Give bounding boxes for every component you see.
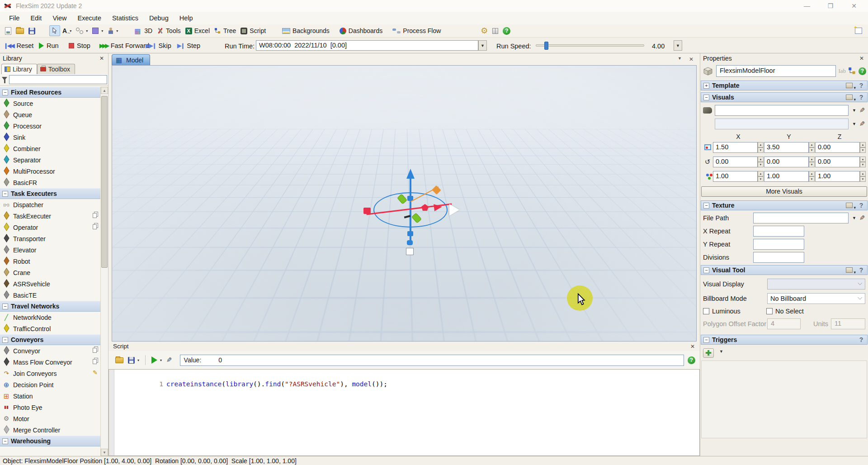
edit-icon[interactable]: ✎ [93,369,98,376]
script-run-button[interactable]: ▾ [149,355,164,365]
close-window-button[interactable]: ✕ [848,2,860,9]
copy-icon[interactable] [93,213,97,218]
close-tab-button[interactable]: ✕ [689,56,693,62]
chevron-down-icon[interactable]: ▾ [101,29,103,33]
library-item-basicte[interactable]: BasicTE [0,289,100,301]
tree-icon[interactable] [848,67,856,75]
library-section-travel-networks[interactable]: −Travel Networks [0,301,100,312]
spinner[interactable]: ▲▼ [809,142,815,153]
script-code-area[interactable]: 1createinstance(library().find("?ASRSveh… [108,369,700,456]
library-item-asrsvehicle[interactable]: ASRSvehicle [0,278,100,289]
maximize-button[interactable]: ❐ [825,2,836,9]
library-item-station[interactable]: ⊞Station [0,390,100,402]
connect-objects-button[interactable]: ▾ [74,25,90,36]
spinner[interactable]: ▲▼ [809,157,815,167]
script-sampler-button[interactable]: ✎ [164,355,175,365]
library-item-crane[interactable]: Crane [0,267,100,278]
section-help-icon[interactable]: ? [858,94,864,101]
visual-display-select[interactable] [767,279,865,289]
y-repeat-input[interactable] [753,239,804,250]
section-help-icon[interactable]: ? [858,82,864,89]
library-filter-input[interactable] [9,75,107,84]
z-axis-arrow-handle[interactable] [406,169,415,179]
panel-pin-icon[interactable] [846,267,853,273]
menu-edit[interactable]: Edit [25,13,47,24]
tab-library[interactable]: Library [1,64,37,74]
section-texture[interactable]: − Texture ? [701,200,868,210]
library-item-photo-eye[interactable]: ▮▮Photo Eye [0,402,100,413]
rename-tool-icon[interactable]: Iab [838,67,846,75]
menu-debug[interactable]: Debug [144,13,174,24]
model-3d-viewport[interactable] [112,65,697,342]
section-visuals[interactable]: − Visuals ? [701,92,868,102]
view-3d-button[interactable]: ▦3D [132,25,155,36]
tab-model[interactable]: ▦ Model [112,54,150,65]
eyedropper-icon[interactable]: ✎ [859,120,865,128]
drop-object-button[interactable]: ▾ [105,25,120,36]
x-axis-handle[interactable] [363,208,371,214]
script-button[interactable]: Script [238,25,268,36]
collapse-icon[interactable]: − [2,90,8,95]
section-help-icon[interactable]: ? [858,336,864,343]
more-visuals-button[interactable]: More Visuals [701,186,867,197]
panel-pin-icon[interactable] [846,203,853,208]
library-item-operator[interactable]: Operator [0,222,100,233]
connect-a-button[interactable]: A▾ [60,25,74,36]
library-item-multiprocessor[interactable]: MultiProcessor [0,166,100,177]
position-y-input[interactable]: 3.50 [764,142,809,153]
library-item-merge-controller[interactable]: Merge Controller [0,424,100,436]
expand-icon[interactable]: + [703,83,709,89]
collapse-icon[interactable]: − [703,95,709,100]
new-model-button[interactable] [3,25,14,36]
library-item-taskexecuter[interactable]: TaskExecuter [0,210,100,222]
spinner[interactable]: ▲▼ [860,142,866,153]
panel-pin-icon[interactable] [846,95,853,100]
fast-forward-button[interactable]: ▶▶▶Fast Forward [99,40,149,51]
library-item-basicfr[interactable]: BasicFR [0,177,100,188]
slider-handle[interactable] [544,42,548,50]
chevron-down-icon[interactable]: ▾ [116,29,118,33]
x-axis-arrow-handle[interactable] [434,203,443,211]
spinner[interactable]: ▲▼ [860,171,866,182]
save-button[interactable] [26,25,38,36]
library-section-conveyors[interactable]: −Conveyors [0,334,100,345]
library-item-motor[interactable]: ⚙Motor [0,413,100,424]
run-speed-slider[interactable] [536,44,644,47]
collapse-icon[interactable]: − [2,438,8,444]
dashboards-button[interactable]: Dashboards [337,25,385,36]
settings-button[interactable]: ⚙ [478,25,490,36]
run-time-field[interactable]: W08:00:00 2022/11/10 [0.00] [256,40,478,51]
chevron-down-icon[interactable]: ▾ [86,29,88,33]
library-item-conveyor[interactable]: Conveyor [0,345,100,356]
skip-button[interactable]: ▶▶❙Skip [146,40,171,51]
menu-execute[interactable]: Execute [72,13,107,24]
section-triggers[interactable]: − Triggers ? [701,335,868,345]
position-x-input[interactable]: 1.50 [713,142,758,153]
library-item-mass-flow-conveyor[interactable]: Mass Flow Conveyor [0,356,100,368]
no-select-checkbox[interactable] [766,308,773,314]
library-section-fixed-resources[interactable]: −Fixed Resources [0,87,100,98]
script-save-button[interactable]: ▾ [126,355,142,365]
library-section-warehousing[interactable]: −Warehousing [0,436,100,446]
luminous-checkbox[interactable] [703,308,709,314]
library-item-dispatcher[interactable]: ((•))Dispatcher [0,199,100,210]
floor-object[interactable] [406,248,414,255]
library-item-trafficcontrol[interactable]: TrafficControl [0,323,100,334]
chevron-down-icon[interactable]: ▾ [137,358,139,362]
run-speed-dropdown[interactable]: ▼ [674,40,682,51]
backgrounds-button[interactable]: Backgrounds [280,25,332,36]
library-item-combiner[interactable]: Combiner [0,143,100,154]
library-scrollbar[interactable]: ▲ ▼ [100,87,108,456]
select-pointer-button[interactable] [49,25,60,36]
library-item-sink[interactable]: Sink [0,132,100,143]
divisions-input[interactable] [753,252,804,263]
spinner[interactable]: ▲▼ [860,157,866,167]
position-z-input[interactable]: 0.00 [815,142,860,153]
spinner[interactable]: ▲▼ [758,142,764,153]
collapse-icon[interactable]: − [703,203,709,209]
copy-icon[interactable] [93,224,97,229]
copy-icon[interactable] [93,359,97,364]
open-button[interactable] [14,25,26,36]
minimize-button[interactable]: — [801,2,813,9]
spinner[interactable]: ▲▼ [758,171,764,182]
